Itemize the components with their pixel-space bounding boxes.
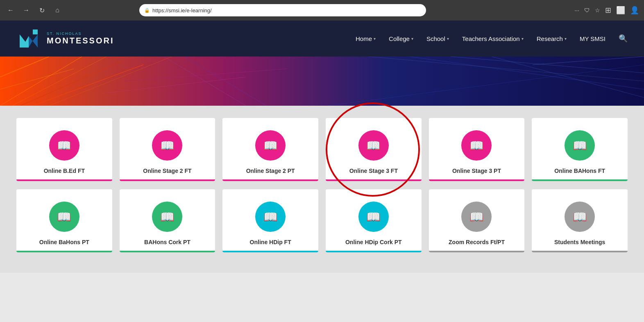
book-icon: 📖 xyxy=(573,139,587,152)
svg-marker-0 xyxy=(20,34,29,48)
course-label-students: Students Meetings xyxy=(554,238,605,246)
course-grid-top: 📖 Online B.Ed FT 📖 Online Stage 2 FT 📖 O… xyxy=(16,118,628,181)
nav-items: Home ▾ College ▾ School ▾ Teachers Assoc… xyxy=(356,34,628,43)
chevron-down-icon: ▾ xyxy=(447,36,449,41)
course-label-hdip-cork: Online HDip Cork PT xyxy=(345,238,402,246)
course-grid-bottom: 📖 Online BaHons PT 📖 BAHons Cork PT 📖 On… xyxy=(16,189,628,252)
chevron-down-icon: ▾ xyxy=(374,36,376,41)
course-label-bahons-cork: BAHons Cork PT xyxy=(144,238,190,246)
course-label-zoom: Zoom Records Ft/PT xyxy=(449,238,505,246)
profile-icon[interactable]: 👤 xyxy=(630,6,639,15)
course-icon-stage3-ft: 📖 xyxy=(358,130,389,161)
course-card-bahons-cork[interactable]: 📖 BAHons Cork PT xyxy=(120,189,215,252)
book-icon: 📖 xyxy=(160,139,175,152)
book-icon: 📖 xyxy=(160,210,175,224)
logo-subtitle: ST. NICHOLAS xyxy=(47,32,114,36)
nav-mysmsi[interactable]: MY SMSI xyxy=(580,35,605,42)
nav-research[interactable]: Research ▾ xyxy=(537,35,567,42)
main-content: 📖 Online B.Ed FT 📖 Online Stage 2 FT 📖 O… xyxy=(0,106,644,273)
course-card-bahons-ft[interactable]: 📖 Online BAHons FT xyxy=(532,118,628,181)
course-label-stage3-ft: Online Stage 3 FT xyxy=(349,167,398,175)
svg-rect-2 xyxy=(33,29,38,34)
course-card-hdip-ft[interactable]: 📖 Online HDip FT xyxy=(222,189,318,252)
book-icon: 📖 xyxy=(366,210,381,224)
course-icon-zoom: 📖 xyxy=(461,202,492,232)
course-card-stage2-ft[interactable]: 📖 Online Stage 2 FT xyxy=(120,118,215,181)
course-card-bahons-pt[interactable]: 📖 Online BaHons PT xyxy=(16,189,112,252)
book-icon: 📖 xyxy=(573,210,587,224)
course-label-stage2-ft: Online Stage 2 FT xyxy=(143,167,191,175)
chevron-down-icon: ▾ xyxy=(411,36,413,41)
course-label-bahons-pt: Online BaHons PT xyxy=(39,238,89,246)
nav-school[interactable]: School ▾ xyxy=(426,35,449,42)
chevron-down-icon: ▾ xyxy=(522,36,524,41)
course-label-bahons-ft: Online BAHons FT xyxy=(554,167,605,175)
course-label-stage2-pt: Online Stage 2 PT xyxy=(246,167,295,175)
hero-banner xyxy=(0,57,644,106)
course-icon-hdip-ft: 📖 xyxy=(255,202,286,232)
address-bar: 🔒 https://smsi.ie/e-learning/ xyxy=(139,4,426,16)
book-icon: 📖 xyxy=(263,210,278,224)
more-button[interactable]: ··· xyxy=(574,7,579,14)
nav-home[interactable]: Home ▾ xyxy=(356,35,376,42)
url-text: https://smsi.ie/e-learning/ xyxy=(152,7,421,14)
book-icon: 📖 xyxy=(469,139,484,152)
lock-icon: 🔒 xyxy=(144,8,150,13)
course-icon-students: 📖 xyxy=(565,202,595,232)
course-icon-bed-ft: 📖 xyxy=(49,130,79,161)
course-grid-row1: 📖 Online B.Ed FT 📖 Online Stage 2 FT 📖 O… xyxy=(16,118,628,181)
book-icon: 📖 xyxy=(469,210,484,224)
bookmark-icon[interactable]: ☆ xyxy=(595,7,600,14)
forward-button[interactable]: → xyxy=(20,5,32,16)
course-icon-bahons-pt: 📖 xyxy=(49,202,79,232)
search-icon[interactable]: 🔍 xyxy=(619,34,628,43)
course-card-students[interactable]: 📖 Students Meetings xyxy=(532,189,628,252)
shield-icon: 🛡 xyxy=(584,7,590,14)
course-icon-hdip-cork: 📖 xyxy=(358,202,389,232)
course-card-zoom[interactable]: 📖 Zoom Records Ft/PT xyxy=(429,189,525,252)
logo-text: ST. NICHOLAS MONTESSORI xyxy=(47,32,114,45)
course-label-bed-ft: Online B.Ed FT xyxy=(44,167,85,175)
book-icon: 📖 xyxy=(57,210,71,224)
course-icon-stage2-pt: 📖 xyxy=(255,130,286,161)
course-label-stage3-pt: Online Stage 3 PT xyxy=(452,167,501,175)
logo-area: ST. NICHOLAS MONTESSORI xyxy=(16,26,114,51)
course-card-bed-ft[interactable]: 📖 Online B.Ed FT xyxy=(16,118,112,181)
nav-teachers[interactable]: Teachers Association ▾ xyxy=(462,35,524,42)
course-icon-stage2-ft: 📖 xyxy=(152,130,182,161)
browser-actions: ··· 🛡 ☆ ⊞ ⬜ 👤 xyxy=(574,6,639,15)
course-icon-bahons-cork: 📖 xyxy=(152,202,182,232)
bookmarks-icon[interactable]: ⊞ xyxy=(605,6,611,15)
svg-rect-3 xyxy=(0,57,644,106)
course-card-stage3-pt[interactable]: 📖 Online Stage 3 PT xyxy=(429,118,525,181)
back-button[interactable]: ← xyxy=(5,5,16,16)
course-label-hdip-ft: Online HDip FT xyxy=(250,238,291,246)
svg-marker-1 xyxy=(29,34,38,48)
tab-icon[interactable]: ⬜ xyxy=(616,6,625,15)
navbar: ST. NICHOLAS MONTESSORI Home ▾ College ▾… xyxy=(0,20,644,57)
course-icon-bahons-ft: 📖 xyxy=(565,130,595,161)
hero-decoration xyxy=(0,57,644,106)
book-icon: 📖 xyxy=(57,139,71,152)
book-icon: 📖 xyxy=(366,139,381,152)
book-icon: 📖 xyxy=(263,139,278,152)
home-button[interactable]: ⌂ xyxy=(52,5,63,16)
logo-icon xyxy=(16,26,41,51)
course-icon-stage3-pt: 📖 xyxy=(461,130,492,161)
nav-college[interactable]: College ▾ xyxy=(389,35,413,42)
browser-chrome: ← → ↻ ⌂ 🔒 https://smsi.ie/e-learning/ ··… xyxy=(0,0,644,20)
chevron-down-icon: ▾ xyxy=(565,36,567,41)
reload-button[interactable]: ↻ xyxy=(36,5,48,16)
course-card-stage2-pt[interactable]: 📖 Online Stage 2 PT xyxy=(222,118,318,181)
course-card-hdip-cork[interactable]: 📖 Online HDip Cork PT xyxy=(326,189,422,252)
logo-title: MONTESSORI xyxy=(47,36,114,45)
course-card-stage3-ft[interactable]: 📖 Online Stage 3 FT xyxy=(326,118,422,181)
